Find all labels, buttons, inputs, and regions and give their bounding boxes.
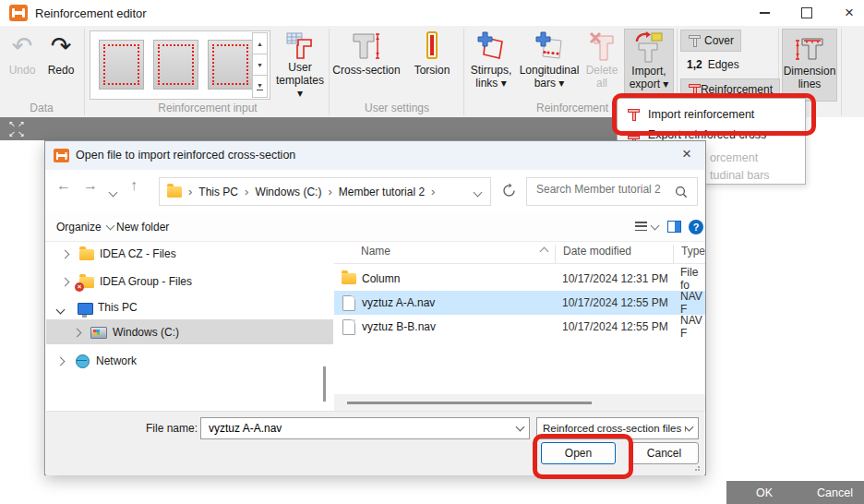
stirrups-icon — [475, 29, 507, 64]
folder-icon — [79, 249, 94, 263]
resize-grip[interactable] — [695, 465, 701, 471]
file-list-scrollbar-track[interactable] — [334, 394, 705, 411]
file-name-combo[interactable] — [200, 417, 530, 439]
file-row-column[interactable]: Column 10/17/2024 12:31 PM File fo — [334, 267, 705, 291]
up-button[interactable]: ↑ — [130, 177, 138, 194]
this-pc-icon — [78, 303, 93, 318]
tree-item-idea-group[interactable]: × IDEA Group - Files — [46, 269, 333, 294]
footer-cancel-button[interactable]: Cancel — [817, 486, 853, 499]
gallery-expand-button[interactable]: ▼ — [252, 75, 268, 98]
column-header-date-modified[interactable]: Date modified — [563, 245, 631, 258]
recent-locations-button[interactable] — [110, 186, 116, 198]
tree-item-network[interactable]: Network — [46, 348, 333, 373]
group-separator — [841, 29, 842, 115]
folder-icon — [342, 273, 356, 287]
column-header-name[interactable]: Name — [361, 245, 390, 258]
menu-item-fragment-1[interactable]: orcement — [710, 151, 758, 164]
file-row-vyztuz-b-b[interactable]: vyztuz B-B.nav 10/17/2024 12:55 PM NAV F — [334, 315, 705, 339]
import-export-button[interactable]: Import, export ▾ — [624, 29, 674, 102]
organize-button[interactable]: Organize — [56, 221, 114, 234]
search-icon — [675, 186, 688, 198]
longitudinal-bars-button[interactable]: Longitudinal bars ▾ — [517, 29, 582, 100]
undo-button[interactable]: ↶ Undo — [4, 29, 41, 100]
title-bar: Reinforcement editor × — [0, 0, 864, 26]
user-templates-button[interactable]: User templates ▾ — [274, 29, 326, 100]
torsion-button[interactable]: Torsion — [406, 29, 458, 100]
chevron-down-icon — [516, 423, 525, 432]
redo-button[interactable]: ↷ Redo — [42, 29, 79, 100]
gallery-scroll-up-button[interactable]: ▲ — [252, 32, 268, 55]
open-button[interactable]: Open — [541, 442, 616, 464]
cover-toggle[interactable]: Cover — [680, 30, 741, 52]
undo-icon: ↶ — [12, 29, 33, 64]
cross-section-button[interactable]: Cross-section — [332, 29, 401, 100]
chevron-right-icon[interactable] — [74, 326, 80, 339]
gallery-scroll-down-button[interactable]: ▼ — [252, 54, 268, 77]
tree-item-label: IDEA CZ - Files — [100, 247, 176, 260]
template-thumbnail-1[interactable] — [99, 40, 144, 90]
file-row-vyztuz-a-a[interactable]: vyztuz A-A.nav 10/17/2024 12:55 PM NAV F — [334, 291, 705, 315]
search-box — [526, 177, 698, 206]
column-header-type[interactable]: Type — [681, 245, 705, 258]
tree-item-label: This PC — [98, 301, 138, 314]
help-button[interactable]: ? — [689, 220, 703, 234]
file-type: File fo — [680, 267, 705, 291]
dialog-close-button[interactable]: × — [682, 145, 691, 163]
refresh-button[interactable] — [501, 183, 517, 198]
chevron-right-icon[interactable] — [57, 354, 64, 367]
close-button[interactable]: × — [831, 0, 864, 26]
breadcrumb-member-tutorial-2[interactable]: Member tutorial 2 — [339, 186, 425, 198]
dialog-title-bar: Open file to import reinforced cross-sec… — [45, 141, 705, 170]
fit-view-icon[interactable]: ↖↗ ↙↘ — [7, 119, 28, 138]
file-type: NAV F — [680, 315, 705, 339]
tree-item-this-pc[interactable]: This PC — [46, 294, 333, 319]
stirrups-links-button[interactable]: Stirrups, links ▾ — [467, 29, 515, 100]
maximize-button[interactable] — [788, 0, 825, 26]
tree-item-idea-cz[interactable]: IDEA CZ - Files — [46, 241, 333, 266]
file-date: 10/17/2024 12:55 PM — [562, 296, 668, 309]
breadcrumb-this-pc[interactable]: This PC — [198, 186, 238, 198]
cross-section-label: Cross-section — [332, 64, 400, 77]
menu-item-import-reinforcement[interactable]: Import reinforcement — [618, 103, 805, 126]
arrow-ne: ↗ — [17, 119, 26, 129]
cover-icon — [688, 34, 699, 48]
address-dropdown-button[interactable] — [474, 186, 481, 198]
dimension-lines-button[interactable]: Dimension lines — [782, 29, 837, 102]
chevron-down-icon[interactable] — [57, 303, 64, 316]
search-input[interactable] — [534, 182, 677, 197]
back-button[interactable]: ← — [56, 177, 71, 194]
file-list-scrollbar-thumb[interactable] — [347, 402, 592, 404]
torsion-icon — [422, 29, 442, 64]
template-thumbnail-2[interactable] — [153, 40, 198, 90]
file-name-input[interactable] — [207, 421, 517, 436]
chevron-right-icon[interactable] — [62, 247, 68, 260]
up-icon: ↑ — [130, 177, 138, 193]
file-name-label: File name: — [146, 422, 198, 435]
forward-button[interactable]: → — [83, 177, 98, 194]
chevron-down-icon — [685, 423, 694, 432]
minimize-button[interactable] — [746, 0, 783, 26]
preview-pane-button[interactable] — [667, 221, 681, 235]
dialog-toolbar: Organize New folder ? — [45, 213, 705, 242]
new-folder-button[interactable]: New folder — [116, 221, 169, 234]
drive-icon — [90, 327, 107, 342]
cancel-button[interactable]: Cancel — [630, 442, 699, 464]
dialog-close-icon: × — [682, 145, 691, 162]
file-type-combo[interactable]: Reinforced cross-section files (* — [536, 417, 699, 439]
group-separator — [463, 29, 464, 115]
ok-button[interactable]: OK — [756, 486, 773, 499]
delete-all-button[interactable]: Delete all — [583, 29, 620, 100]
edges-toggle[interactable]: 1,2 Edges — [680, 54, 743, 75]
refresh-icon — [501, 183, 517, 198]
chevron-right-icon[interactable] — [62, 275, 68, 288]
sort-ascending-icon — [541, 245, 547, 258]
tree-item-windows-c[interactable]: Windows (C:) — [46, 319, 333, 344]
gallery-expand-icon: ▼ — [257, 82, 263, 90]
breadcrumb-windows-c[interactable]: Windows (C:) — [255, 186, 321, 198]
menu-item-fragment-2[interactable]: tudinal bars — [710, 169, 770, 182]
reinforcement-toggle-icon — [688, 83, 695, 97]
tree-scrollbar[interactable] — [323, 366, 326, 402]
edges-badge: 1,2 — [687, 58, 702, 71]
view-mode-button[interactable] — [635, 222, 658, 232]
template-thumbnail-3[interactable] — [208, 40, 253, 90]
